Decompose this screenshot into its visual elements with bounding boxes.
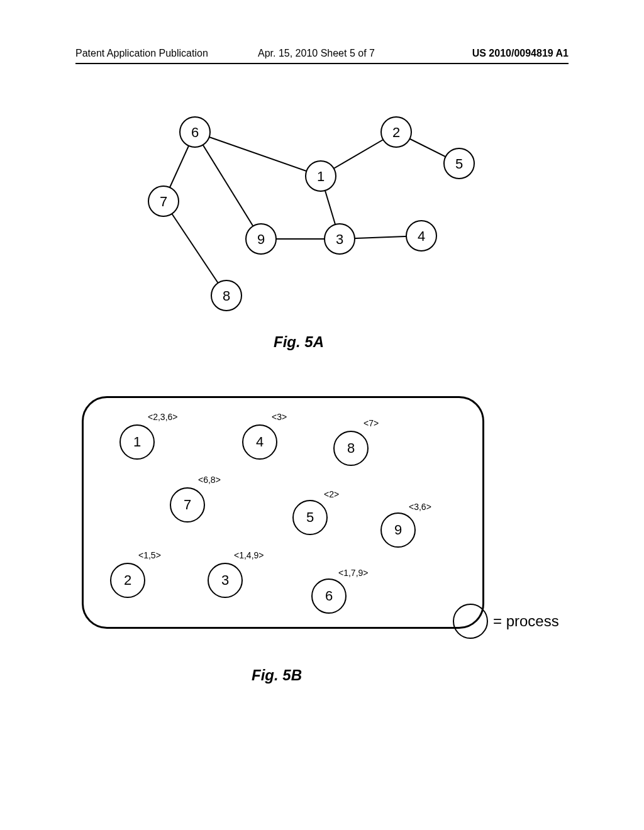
header-left: Patent Application Publication [75, 48, 208, 59]
svg-text:7: 7 [160, 194, 167, 209]
process-label-8: <7> [364, 418, 379, 428]
fig5a-graph: 6 2 5 1 7 9 3 4 8 [126, 107, 503, 321]
fig5b-caption: Fig. 5B [252, 667, 302, 684]
node-1: 1 [306, 161, 336, 191]
process-label-3: <1,4,9> [234, 550, 264, 560]
node-3: 3 [325, 224, 355, 254]
process-label-4: <3> [272, 412, 287, 422]
process-label-9: <3,6> [409, 502, 431, 512]
edge-7-8 [164, 201, 226, 296]
node-7: 7 [148, 186, 179, 216]
process-node-4: 4 [242, 424, 277, 460]
edge-6-9 [195, 132, 261, 239]
node-4: 4 [406, 221, 436, 251]
legend: = process [453, 604, 559, 639]
header-right: US 2010/0094819 A1 [472, 48, 569, 59]
node-8: 8 [211, 280, 242, 311]
node-2: 2 [381, 117, 411, 147]
svg-text:4: 4 [418, 228, 425, 244]
process-label-2: <1,5> [138, 550, 161, 560]
process-label-5: <2> [324, 489, 339, 499]
process-label-6: <1,7,9> [338, 568, 369, 578]
header-rule [75, 63, 569, 64]
process-node-8: 8 [333, 431, 369, 466]
process-node-1: 1 [119, 424, 155, 460]
svg-text:6: 6 [191, 124, 199, 140]
process-node-9: 9 [380, 512, 416, 548]
svg-text:2: 2 [392, 124, 400, 140]
node-6: 6 [180, 117, 210, 147]
process-node-2: 2 [110, 563, 145, 598]
svg-text:8: 8 [223, 288, 230, 304]
node-5: 5 [444, 148, 474, 179]
process-node-7: 7 [170, 487, 205, 523]
page-header: Patent Application Publication Apr. 15, … [0, 48, 644, 64]
legend-text: = process [493, 612, 559, 630]
svg-text:9: 9 [257, 231, 265, 247]
svg-text:5: 5 [455, 156, 463, 172]
edge-6-1 [195, 132, 321, 176]
node-9: 9 [246, 224, 276, 254]
process-label-1: <2,3,6> [148, 412, 178, 422]
fig5a-caption: Fig. 5A [274, 333, 324, 351]
svg-text:1: 1 [317, 169, 325, 184]
svg-text:3: 3 [336, 231, 343, 247]
process-node-6: 6 [311, 578, 347, 614]
process-node-5: 5 [292, 500, 328, 535]
header-center: Apr. 15, 2010 Sheet 5 of 7 [258, 48, 375, 59]
process-node-3: 3 [208, 563, 243, 598]
legend-circle-icon [453, 604, 488, 639]
process-label-7: <6,8> [198, 475, 221, 485]
